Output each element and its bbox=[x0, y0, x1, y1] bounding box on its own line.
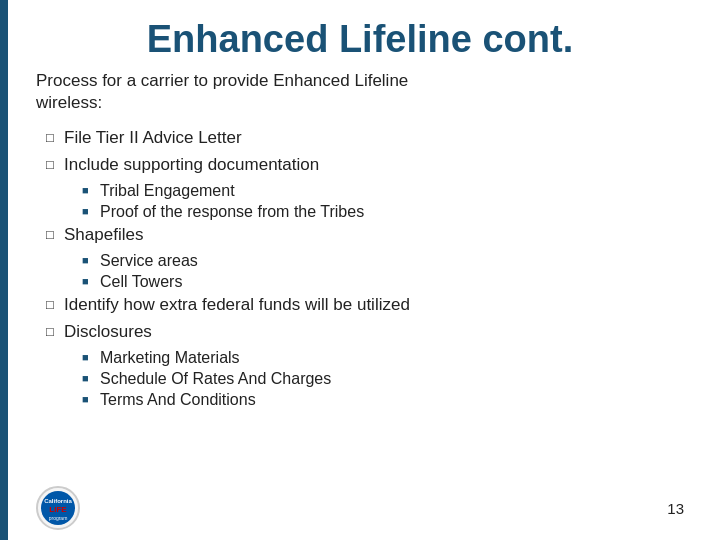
bullet-2-subs: ■ Tribal Engagement ■ Proof of the respo… bbox=[46, 182, 684, 221]
svg-text:California: California bbox=[44, 498, 72, 504]
footer: California LIFE program 13 bbox=[0, 486, 720, 530]
sub-icon: ■ bbox=[82, 275, 100, 287]
sub-text: Tribal Engagement bbox=[100, 182, 235, 200]
bullet-list: □ File Tier II Advice Letter □ Include s… bbox=[36, 128, 684, 409]
bullet-item-4: □ Identify how extra federal funds will … bbox=[46, 295, 684, 315]
bullet-5-sub-3: ■ Terms And Conditions bbox=[82, 391, 684, 409]
sub-icon: ■ bbox=[82, 254, 100, 266]
bullet-icon-5: □ bbox=[46, 324, 64, 339]
bullet-5-sub-2: ■ Schedule Of Rates And Charges bbox=[82, 370, 684, 388]
bullet-item-2: □ Include supporting documentation bbox=[46, 155, 684, 175]
svg-text:program: program bbox=[49, 515, 68, 521]
sub-icon: ■ bbox=[82, 351, 100, 363]
sub-text: Proof of the response from the Tribes bbox=[100, 203, 364, 221]
sub-text: Schedule Of Rates And Charges bbox=[100, 370, 331, 388]
bullet-icon-1: □ bbox=[46, 130, 64, 145]
bullet-2-sub-1: ■ Tribal Engagement bbox=[82, 182, 684, 200]
bullet-text-1: File Tier II Advice Letter bbox=[64, 128, 242, 148]
bullet-3-subs: ■ Service areas ■ Cell Towers bbox=[46, 252, 684, 291]
bullet-text-3: Shapefiles bbox=[64, 225, 143, 245]
sub-icon: ■ bbox=[82, 205, 100, 217]
bullet-5-subs: ■ Marketing Materials ■ Schedule Of Rate… bbox=[46, 349, 684, 409]
sub-text: Service areas bbox=[100, 252, 198, 270]
bullet-5-sub-1: ■ Marketing Materials bbox=[82, 349, 684, 367]
logo-svg: California LIFE program bbox=[40, 490, 76, 526]
bullet-item-1: □ File Tier II Advice Letter bbox=[46, 128, 684, 148]
logo: California LIFE program bbox=[36, 486, 80, 530]
bullet-text-4: Identify how extra federal funds will be… bbox=[64, 295, 410, 315]
bullet-text-2: Include supporting documentation bbox=[64, 155, 319, 175]
sub-icon: ■ bbox=[82, 184, 100, 196]
bullet-item-3: □ Shapefiles bbox=[46, 225, 684, 245]
left-bar bbox=[0, 0, 8, 540]
slide: Enhanced Lifeline cont. Process for a ca… bbox=[0, 0, 720, 540]
bullet-3-sub-1: ■ Service areas bbox=[82, 252, 684, 270]
bullet-icon-2: □ bbox=[46, 157, 64, 172]
sub-icon: ■ bbox=[82, 393, 100, 405]
logo-circle: California LIFE program bbox=[36, 486, 80, 530]
bullet-icon-4: □ bbox=[46, 297, 64, 312]
sub-icon: ■ bbox=[82, 372, 100, 384]
bullet-text-5: Disclosures bbox=[64, 322, 152, 342]
sub-text: Terms And Conditions bbox=[100, 391, 256, 409]
svg-text:LIFE: LIFE bbox=[49, 505, 67, 514]
bullet-icon-3: □ bbox=[46, 227, 64, 242]
sub-text: Marketing Materials bbox=[100, 349, 240, 367]
bullet-3-sub-2: ■ Cell Towers bbox=[82, 273, 684, 291]
slide-title: Enhanced Lifeline cont. bbox=[36, 18, 684, 62]
bullet-item-5: □ Disclosures bbox=[46, 322, 684, 342]
sub-text: Cell Towers bbox=[100, 273, 182, 291]
subtitle-line2: wireless: bbox=[36, 93, 102, 112]
slide-subtitle: Process for a carrier to provide Enhance… bbox=[36, 70, 684, 114]
bullet-2-sub-2: ■ Proof of the response from the Tribes bbox=[82, 203, 684, 221]
subtitle-line1: Process for a carrier to provide Enhance… bbox=[36, 71, 408, 90]
page-number: 13 bbox=[667, 500, 684, 517]
